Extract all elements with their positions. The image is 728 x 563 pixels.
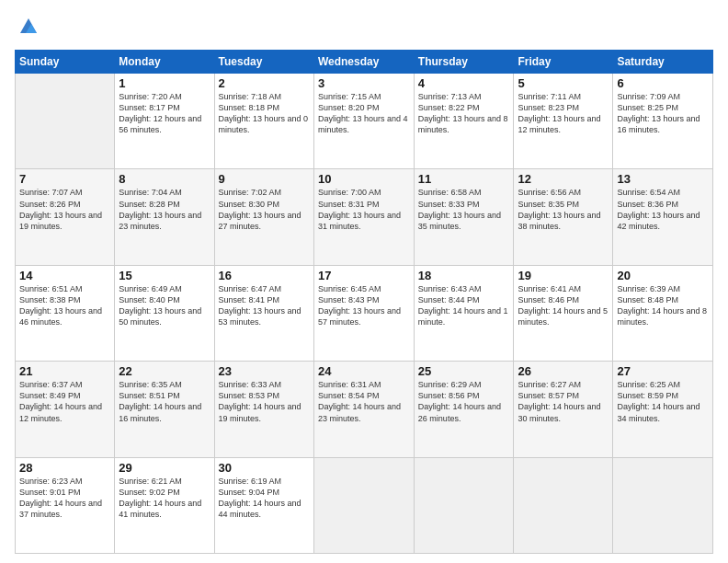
calendar-day-header: Tuesday xyxy=(214,51,313,74)
cell-text: Sunrise: 6:21 AMSunset: 9:02 PMDaylight:… xyxy=(119,476,210,521)
cell-text: Sunrise: 7:13 AMSunset: 8:22 PMDaylight:… xyxy=(418,91,510,136)
calendar-cell: 18Sunrise: 6:43 AMSunset: 8:44 PMDayligh… xyxy=(414,265,514,361)
calendar-cell: 27Sunrise: 6:25 AMSunset: 8:59 PMDayligh… xyxy=(613,362,713,457)
day-number: 3 xyxy=(318,76,410,90)
cell-text: Sunrise: 7:11 AMSunset: 8:23 PMDaylight:… xyxy=(518,91,609,136)
logo xyxy=(15,15,39,40)
calendar-cell xyxy=(613,457,713,553)
calendar-cell: 24Sunrise: 6:31 AMSunset: 8:54 PMDayligh… xyxy=(313,362,414,457)
cell-text: Sunrise: 7:04 AMSunset: 8:28 PMDaylight:… xyxy=(119,187,210,232)
day-number: 4 xyxy=(418,76,510,90)
calendar-cell: 28Sunrise: 6:23 AMSunset: 9:01 PMDayligh… xyxy=(16,457,115,553)
calendar-cell: 6Sunrise: 7:09 AMSunset: 8:25 PMDaylight… xyxy=(613,74,713,169)
calendar-cell: 1Sunrise: 7:20 AMSunset: 8:17 PMDaylight… xyxy=(115,74,214,169)
calendar-cell: 23Sunrise: 6:33 AMSunset: 8:53 PMDayligh… xyxy=(214,362,313,457)
day-number: 7 xyxy=(19,172,110,186)
calendar-week-row: 1Sunrise: 7:20 AMSunset: 8:17 PMDaylight… xyxy=(16,74,713,169)
calendar-cell: 11Sunrise: 6:58 AMSunset: 8:33 PMDayligh… xyxy=(414,169,514,265)
calendar-cell: 12Sunrise: 6:56 AMSunset: 8:35 PMDayligh… xyxy=(514,169,613,265)
calendar-week-row: 14Sunrise: 6:51 AMSunset: 8:38 PMDayligh… xyxy=(16,265,713,361)
calendar-cell: 2Sunrise: 7:18 AMSunset: 8:18 PMDaylight… xyxy=(214,74,313,169)
calendar-cell xyxy=(313,457,414,553)
cell-text: Sunrise: 7:15 AMSunset: 8:20 PMDaylight:… xyxy=(318,91,410,136)
calendar-cell: 15Sunrise: 6:49 AMSunset: 8:40 PMDayligh… xyxy=(115,265,214,361)
day-number: 10 xyxy=(318,172,410,186)
calendar-day-header: Wednesday xyxy=(313,51,414,74)
day-number: 28 xyxy=(19,461,110,475)
day-number: 29 xyxy=(119,461,210,475)
day-number: 8 xyxy=(119,172,210,186)
calendar-cell: 4Sunrise: 7:13 AMSunset: 8:22 PMDaylight… xyxy=(414,74,514,169)
calendar-cell: 30Sunrise: 6:19 AMSunset: 9:04 PMDayligh… xyxy=(214,457,313,553)
calendar-day-header: Thursday xyxy=(414,51,514,74)
calendar-cell: 5Sunrise: 7:11 AMSunset: 8:23 PMDaylight… xyxy=(514,74,613,169)
cell-text: Sunrise: 6:23 AMSunset: 9:01 PMDaylight:… xyxy=(19,476,110,521)
cell-text: Sunrise: 6:39 AMSunset: 8:48 PMDaylight:… xyxy=(617,283,709,328)
cell-text: Sunrise: 6:27 AMSunset: 8:57 PMDaylight:… xyxy=(518,379,609,424)
calendar-week-row: 28Sunrise: 6:23 AMSunset: 9:01 PMDayligh… xyxy=(16,457,713,553)
header xyxy=(15,15,713,40)
cell-text: Sunrise: 6:37 AMSunset: 8:49 PMDaylight:… xyxy=(19,379,110,424)
day-number: 26 xyxy=(518,364,609,378)
day-number: 12 xyxy=(518,172,609,186)
calendar-cell: 21Sunrise: 6:37 AMSunset: 8:49 PMDayligh… xyxy=(16,362,115,457)
calendar-day-header: Friday xyxy=(514,51,613,74)
cell-text: Sunrise: 6:41 AMSunset: 8:46 PMDaylight:… xyxy=(518,283,609,328)
calendar-cell: 19Sunrise: 6:41 AMSunset: 8:46 PMDayligh… xyxy=(514,265,613,361)
calendar-cell: 17Sunrise: 6:45 AMSunset: 8:43 PMDayligh… xyxy=(313,265,414,361)
calendar-day-header: Monday xyxy=(115,51,214,74)
calendar-week-row: 7Sunrise: 7:07 AMSunset: 8:26 PMDaylight… xyxy=(16,169,713,265)
calendar-cell: 26Sunrise: 6:27 AMSunset: 8:57 PMDayligh… xyxy=(514,362,613,457)
calendar-table: SundayMondayTuesdayWednesdayThursdayFrid… xyxy=(15,50,713,554)
day-number: 6 xyxy=(617,76,709,90)
calendar-day-header: Sunday xyxy=(16,51,115,74)
day-number: 17 xyxy=(318,269,410,282)
calendar-cell xyxy=(414,457,514,553)
day-number: 14 xyxy=(19,269,110,282)
day-number: 2 xyxy=(219,76,310,90)
cell-text: Sunrise: 6:47 AMSunset: 8:41 PMDaylight:… xyxy=(219,283,310,328)
cell-text: Sunrise: 6:25 AMSunset: 8:59 PMDaylight:… xyxy=(617,379,709,424)
cell-text: Sunrise: 6:58 AMSunset: 8:33 PMDaylight:… xyxy=(418,187,510,232)
calendar-cell: 9Sunrise: 7:02 AMSunset: 8:30 PMDaylight… xyxy=(214,169,313,265)
cell-text: Sunrise: 6:33 AMSunset: 8:53 PMDaylight:… xyxy=(219,379,310,424)
day-number: 23 xyxy=(219,364,310,378)
cell-text: Sunrise: 7:00 AMSunset: 8:31 PMDaylight:… xyxy=(318,187,410,232)
cell-text: Sunrise: 6:19 AMSunset: 9:04 PMDaylight:… xyxy=(219,476,310,521)
calendar-day-header: Saturday xyxy=(613,51,713,74)
cell-text: Sunrise: 7:07 AMSunset: 8:26 PMDaylight:… xyxy=(19,187,110,232)
calendar-header-row: SundayMondayTuesdayWednesdayThursdayFrid… xyxy=(16,51,713,74)
day-number: 22 xyxy=(119,364,210,378)
calendar-cell: 7Sunrise: 7:07 AMSunset: 8:26 PMDaylight… xyxy=(16,169,115,265)
calendar-cell: 14Sunrise: 6:51 AMSunset: 8:38 PMDayligh… xyxy=(16,265,115,361)
page: SundayMondayTuesdayWednesdayThursdayFrid… xyxy=(0,0,728,563)
cell-text: Sunrise: 6:54 AMSunset: 8:36 PMDaylight:… xyxy=(617,187,709,232)
day-number: 24 xyxy=(318,364,410,378)
calendar-cell: 13Sunrise: 6:54 AMSunset: 8:36 PMDayligh… xyxy=(613,169,713,265)
day-number: 19 xyxy=(518,269,609,282)
cell-text: Sunrise: 6:49 AMSunset: 8:40 PMDaylight:… xyxy=(119,283,210,328)
calendar-cell: 10Sunrise: 7:00 AMSunset: 8:31 PMDayligh… xyxy=(313,169,414,265)
calendar-cell xyxy=(514,457,613,553)
calendar-cell xyxy=(16,74,115,169)
calendar-cell: 8Sunrise: 7:04 AMSunset: 8:28 PMDaylight… xyxy=(115,169,214,265)
cell-text: Sunrise: 7:20 AMSunset: 8:17 PMDaylight:… xyxy=(119,91,210,136)
day-number: 21 xyxy=(19,364,110,378)
day-number: 1 xyxy=(119,76,210,90)
cell-text: Sunrise: 6:31 AMSunset: 8:54 PMDaylight:… xyxy=(318,379,410,424)
day-number: 9 xyxy=(219,172,310,186)
cell-text: Sunrise: 7:09 AMSunset: 8:25 PMDaylight:… xyxy=(617,91,709,136)
calendar-cell: 3Sunrise: 7:15 AMSunset: 8:20 PMDaylight… xyxy=(313,74,414,169)
day-number: 18 xyxy=(418,269,510,282)
day-number: 11 xyxy=(418,172,510,186)
cell-text: Sunrise: 6:56 AMSunset: 8:35 PMDaylight:… xyxy=(518,187,609,232)
cell-text: Sunrise: 6:51 AMSunset: 8:38 PMDaylight:… xyxy=(19,283,110,328)
cell-text: Sunrise: 6:29 AMSunset: 8:56 PMDaylight:… xyxy=(418,379,510,424)
calendar-cell: 20Sunrise: 6:39 AMSunset: 8:48 PMDayligh… xyxy=(613,265,713,361)
cell-text: Sunrise: 6:35 AMSunset: 8:51 PMDaylight:… xyxy=(119,379,210,424)
logo-icon xyxy=(18,17,39,40)
day-number: 15 xyxy=(119,269,210,282)
cell-text: Sunrise: 7:18 AMSunset: 8:18 PMDaylight:… xyxy=(219,91,310,136)
day-number: 20 xyxy=(617,269,709,282)
cell-text: Sunrise: 6:43 AMSunset: 8:44 PMDaylight:… xyxy=(418,283,510,328)
